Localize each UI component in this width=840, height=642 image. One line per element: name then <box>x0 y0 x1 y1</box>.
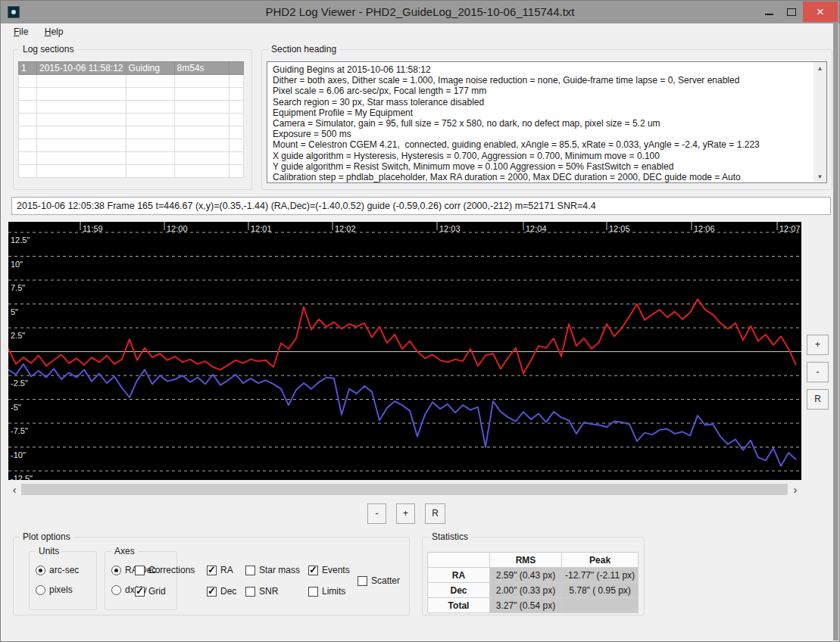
log-section-row[interactable] <box>19 126 244 139</box>
checkbox-star-mass[interactable]: Star mass <box>245 565 300 575</box>
y-axis-tick-label: -12.5" <box>11 474 33 480</box>
y-axis-tick-label: -7.5" <box>11 426 28 435</box>
log-section-cell: 1 <box>19 62 37 75</box>
dec-series-line <box>8 364 796 466</box>
log-sections-label: Log sections <box>20 44 77 55</box>
log-section-cell <box>174 75 229 88</box>
hscale-zoom-out-button[interactable]: - <box>367 503 386 524</box>
log-section-cell <box>126 139 174 152</box>
log-section-cell <box>229 165 243 178</box>
checkbox-limits[interactable]: Limits <box>308 586 345 597</box>
heading-line: Dither = both axes, Dither scale = 1.000… <box>273 75 811 86</box>
log-section-cell <box>19 101 37 114</box>
log-section-row[interactable] <box>19 88 244 101</box>
unchecked-box-icon <box>135 566 145 575</box>
scroll-right-icon[interactable]: › <box>789 483 801 496</box>
checkbox-label: Star mass <box>259 565 300 575</box>
close-button[interactable]: × <box>803 2 838 22</box>
minimize-button[interactable] <box>757 2 780 22</box>
unchecked-box-icon <box>245 566 255 575</box>
menu-file[interactable]: File <box>7 23 35 39</box>
radio-arc-sec[interactable]: arc-sec <box>36 565 79 575</box>
log-section-row[interactable] <box>19 101 244 114</box>
radio-selected-icon <box>111 566 121 575</box>
checkbox-grid[interactable]: ✓Grid <box>135 586 166 597</box>
checkbox-snr[interactable]: SNR <box>245 586 278 597</box>
menu-help[interactable]: Help <box>38 23 70 39</box>
scroll-up-icon[interactable]: ▲ <box>813 62 826 74</box>
radio-selected-icon <box>36 566 45 575</box>
log-section-cell <box>174 165 229 178</box>
y-axis-tick-label: 12.5" <box>11 235 30 245</box>
radio-label: pixels <box>49 584 73 595</box>
log-section-row[interactable] <box>19 152 244 165</box>
status-readout: 2015-10-06 12:05:38 Frame 165 t=446.67 (… <box>11 197 831 215</box>
checkbox-label: Limits <box>322 586 345 597</box>
log-section-row[interactable] <box>19 139 244 152</box>
statistics-label: Statistics <box>429 531 471 542</box>
checkbox-dec[interactable]: ✓Dec <box>207 586 236 597</box>
scrollbar-thumb[interactable] <box>21 484 788 495</box>
y-axis-tick-label: 10" <box>11 260 23 269</box>
checkbox-events[interactable]: ✓Events <box>308 565 350 575</box>
checkbox-corrections[interactable]: Corrections <box>135 565 195 575</box>
stats-row-label: Total <box>428 598 490 613</box>
log-section-cell <box>37 114 126 126</box>
guide-chart[interactable]: 12.5"10"7.5"5"2.5"-2.5"-5"-7.5"-10"-12.5… <box>8 222 801 480</box>
maximize-button[interactable] <box>780 2 803 22</box>
section-heading-textbox[interactable]: Guiding Begins at 2015-10-06 11:58:12Dit… <box>267 61 827 183</box>
title-bar[interactable]: PHD2 Log Viewer - PHD2_GuideLog_2015-10-… <box>1 1 839 23</box>
checkbox-ra[interactable]: ✓RA <box>207 565 233 575</box>
heading-line: Y guide algorithm = Resist Switch, Minim… <box>273 161 811 172</box>
heading-vertical-scrollbar[interactable]: ▲ ▼ <box>813 62 826 182</box>
stats-header-cell: RMS <box>490 553 562 568</box>
log-section-cell <box>126 165 174 178</box>
log-section-row[interactable] <box>19 75 244 88</box>
log-sections-table[interactable]: 12015-10-06 11:58:12Guiding8m54s <box>18 61 244 178</box>
log-section-cell <box>19 152 37 165</box>
unchecked-box-icon <box>358 576 367 586</box>
log-section-cell <box>37 75 126 88</box>
section-heading-group: Section heading Guiding Begins at 2015-1… <box>261 49 832 190</box>
chart-horizontal-scrollbar[interactable]: ‹ › <box>8 483 801 496</box>
log-section-cell <box>19 126 37 139</box>
stats-peak-value: 5.78" ( 0.95 px) <box>562 583 639 598</box>
log-section-cell <box>37 152 126 165</box>
heading-line: Calibration step = phdlab_placeholder, M… <box>273 172 811 182</box>
scroll-down-icon[interactable]: ▼ <box>813 170 826 182</box>
log-section-cell <box>174 139 229 152</box>
stats-header-row: RMSPeak <box>428 553 639 568</box>
scroll-left-icon[interactable]: ‹ <box>8 483 20 496</box>
vscale-zoom-out-button[interactable]: - <box>807 362 829 382</box>
checked-box-icon: ✓ <box>135 587 145 597</box>
log-section-cell <box>126 114 174 126</box>
heading-line: Guiding Begins at 2015-10-06 11:58:12 <box>273 64 811 75</box>
log-section-row[interactable] <box>19 165 244 178</box>
stats-header-cell: Peak <box>562 553 639 568</box>
log-section-cell <box>19 75 37 88</box>
checkbox-scatter[interactable]: Scatter <box>358 575 400 586</box>
stats-peak-value: -12.77" (-2.11 px) <box>562 568 639 583</box>
radio-pixels[interactable]: pixels <box>36 584 73 595</box>
radio-label: arc-sec <box>49 565 79 575</box>
axes-group: Axes RA/Decdx/dy <box>105 551 177 610</box>
log-section-cell <box>229 139 243 152</box>
unchecked-box-icon <box>245 587 255 597</box>
log-section-cell <box>229 75 243 88</box>
vscale-reset-button[interactable]: R <box>807 389 829 410</box>
heading-line: Mount = Celestron CGEM 4.21, connected, … <box>273 139 811 150</box>
log-section-row[interactable]: 12015-10-06 11:58:12Guiding8m54s <box>19 62 244 75</box>
vscale-zoom-in-button[interactable]: + <box>807 335 829 355</box>
x-axis-tick-label: 12:02 <box>335 224 356 233</box>
hscale-zoom-in-button[interactable]: + <box>396 503 415 524</box>
log-section-cell <box>174 114 229 126</box>
hscale-reset-button[interactable]: R <box>425 503 445 524</box>
units-label: Units <box>36 546 62 556</box>
log-section-cell <box>229 62 243 75</box>
log-section-cell <box>19 88 37 101</box>
log-section-cell <box>126 75 174 88</box>
menu-bar: File Help <box>1 23 833 41</box>
log-section-row[interactable] <box>19 114 244 126</box>
y-axis-tick-label: 7.5" <box>11 283 25 292</box>
guide-chart-svg: 12.5"10"7.5"5"2.5"-2.5"-5"-7.5"-10"-12.5… <box>8 222 801 480</box>
